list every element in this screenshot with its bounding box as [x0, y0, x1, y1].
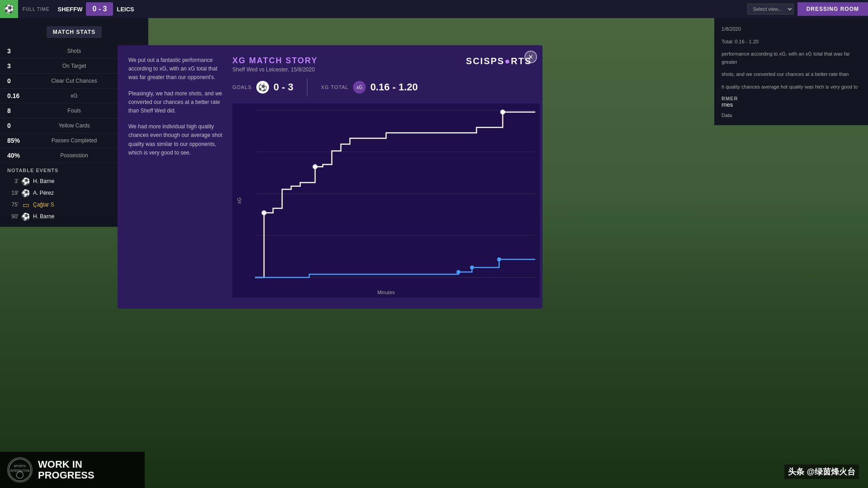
- xg-label: xG: [21, 93, 127, 99]
- header-controls: Select view... DRESSING ROOM: [747, 2, 868, 16]
- score-xg-row: GOALS ⚽ 0 - 3 XG TOTAL xG 0.16 - 1.20: [232, 78, 532, 96]
- xg-total-label: XG TOTAL: [321, 84, 349, 90]
- xg-icon: xG: [353, 81, 366, 94]
- chart-x-axis-label: Minutes: [377, 290, 395, 295]
- close-button[interactable]: ✕: [524, 51, 537, 63]
- fouls-left-value: 8: [7, 107, 21, 114]
- shots-left-value: 3: [7, 47, 21, 55]
- event-minute-2: 19': [7, 190, 19, 196]
- right-panel-text2: shots, and we converted our chances at a…: [722, 70, 861, 79]
- shots-label: Shots: [21, 48, 127, 54]
- on-target-left-value: 3: [7, 62, 21, 70]
- goals-label: GOALS: [232, 84, 252, 90]
- event-player-3: Çağlar S: [33, 202, 54, 208]
- svg-point-27: [500, 110, 505, 114]
- xg-text-paragraph-1: We put out a fantastic performance accor…: [128, 56, 228, 82]
- goals-block: GOALS ⚽ 0 - 3: [232, 81, 293, 94]
- xg-chart: xG Minutes 1.20 0.90 0.60 0.30 0.00 0 7 …: [232, 103, 540, 298]
- possession-label: Possession: [21, 152, 127, 159]
- chart-section: XG MATCH STORY Sheff Wed vs Leicester, 1…: [232, 56, 532, 298]
- chart-y-axis-label: xG: [236, 197, 242, 204]
- xg-text-paragraph-2: Pleasingly, we had more shots, and we co…: [128, 89, 228, 116]
- view-dropdown[interactable]: Select view...: [747, 4, 794, 14]
- match-score: 0 - 3: [86, 2, 113, 16]
- right-panel-xg: Total: 0.16 - 1.20: [722, 38, 861, 46]
- svg-text:SPORTS: SPORTS: [14, 465, 26, 468]
- goal-icon-1: ⚽: [22, 178, 29, 185]
- goals-value: 0 - 3: [274, 81, 293, 93]
- svg-point-28: [457, 270, 460, 274]
- xg-total-value: 0.16 - 1.20: [370, 81, 418, 93]
- event-minute-3: 75': [7, 202, 19, 208]
- xg-text-paragraph-3: We had more individual high quality chan…: [128, 122, 228, 157]
- si-logo: SPORTS INTERACTIVE: [7, 457, 33, 483]
- chart-header: XG MATCH STORY Sheff Wed vs Leicester, 1…: [232, 56, 532, 73]
- clear-cut-label: Clear Cut Chances: [21, 78, 127, 84]
- right-panel-text1: performance according to xG, with an xG …: [722, 50, 861, 66]
- event-player-2: A. Pérez: [33, 190, 54, 196]
- right-panel-text3: h quality chances average hot quality wa…: [722, 83, 861, 91]
- xg-left-value: 0.16: [7, 92, 21, 99]
- yellow-card-icon: ▭: [22, 201, 29, 208]
- yellow-cards-label: Yellow Cards: [21, 122, 127, 129]
- xg-match-story-overlay: ✕ We put out a fantastic performance acc…: [118, 45, 542, 309]
- match-stats-title: MATCH STATS: [47, 26, 102, 38]
- game-logo: ⚽: [0, 0, 18, 18]
- passes-left-value: 85%: [7, 137, 21, 144]
- goal-icon-4: ⚽: [22, 213, 29, 220]
- clear-cut-left-value: 0: [7, 77, 21, 84]
- svg-point-34: [17, 472, 24, 479]
- xg-story-title: XG MATCH STORY: [232, 56, 318, 66]
- scisports-logo: SCISPS●RTS: [466, 56, 532, 66]
- soccer-ball-icon: ⚽: [256, 81, 269, 94]
- xg-story-subtitle: Sheff Wed vs Leicester, 15/8/2020: [232, 66, 318, 73]
- event-player-4: H. Barne: [33, 213, 54, 220]
- score-divider: [307, 78, 307, 96]
- fouls-label: Fouls: [21, 108, 127, 114]
- goal-icon-2: ⚽: [22, 189, 29, 197]
- possession-left-value: 40%: [7, 152, 21, 159]
- match-stats-header: MATCH STATS: [0, 23, 148, 42]
- event-minute-4: 90': [7, 213, 19, 220]
- svg-point-30: [497, 258, 501, 261]
- right-panel-performer: rnes: [722, 101, 861, 108]
- dressing-room-button[interactable]: DRESSING ROOM: [797, 2, 868, 16]
- passes-label: Passes Completed: [21, 137, 127, 144]
- yellow-cards-left-value: 0: [7, 122, 21, 129]
- event-player-1: H. Barne: [33, 178, 54, 184]
- xg-total-block: XG TOTAL xG 0.16 - 1.20: [321, 81, 418, 94]
- header-bar: ⚽ FULL TIME SHEFFW 0 - 3 LEICS Select vi…: [0, 0, 868, 18]
- xg-chart-svg: 1.20 0.90 0.60 0.30 0.00 0 7 14 21 28 35…: [255, 108, 535, 280]
- match-status: FULL TIME: [18, 7, 54, 12]
- team-home: SHEFFW: [54, 6, 86, 13]
- right-panel: 1/8/2020 Total: 0.16 - 1.20 performance …: [714, 18, 868, 125]
- team-away: LEICS: [113, 6, 137, 13]
- svg-point-25: [262, 211, 266, 215]
- xg-left-text: We put out a fantastic performance accor…: [128, 56, 228, 164]
- right-panel-data-label: Data: [722, 113, 861, 118]
- watermark-right: 头条 @绿茵烽火台: [784, 465, 859, 479]
- wip-text: WORK INPROGRESS: [38, 459, 94, 481]
- right-panel-date: 1/8/2020: [722, 25, 861, 33]
- on-target-label: On Target: [21, 63, 127, 69]
- chart-title-block: XG MATCH STORY Sheff Wed vs Leicester, 1…: [232, 56, 318, 73]
- watermark: SPORTS INTERACTIVE WORK INPROGRESS: [0, 452, 145, 488]
- event-minute-1: 3': [7, 178, 19, 184]
- svg-point-26: [313, 164, 317, 169]
- right-panel-performer-label: RMER: [722, 96, 861, 101]
- svg-point-29: [470, 266, 474, 269]
